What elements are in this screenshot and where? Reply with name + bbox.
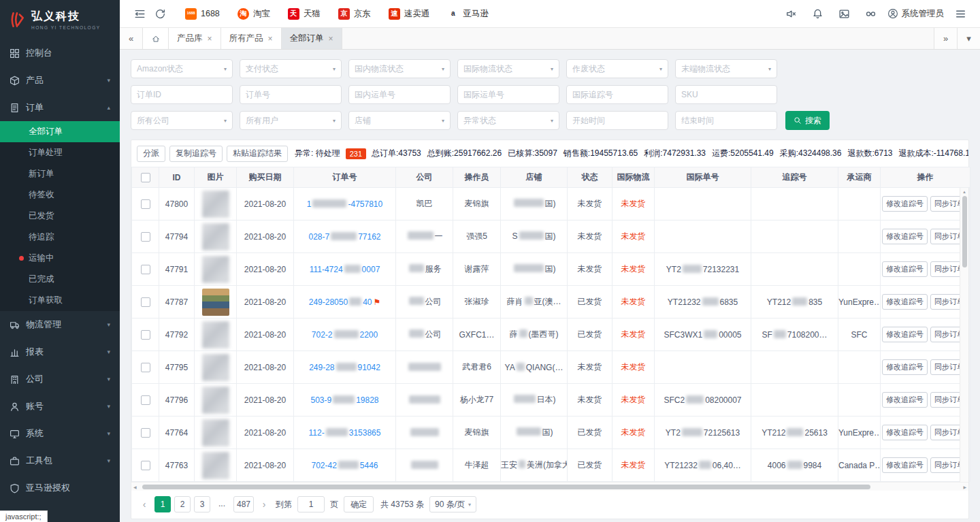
page-button-3[interactable]: 3 [194,496,210,512]
scroll-up-icon[interactable]: ▲ [962,188,966,195]
filter-input-end-time[interactable] [675,111,777,130]
vertical-scroll-thumb[interactable] [962,196,967,267]
sidebar-subitem-pending-tracking[interactable]: 待追踪 [0,227,120,248]
dispatch-button[interactable]: 分派 [137,146,165,162]
sidebar-subitem-new-orders[interactable]: 新订单 [0,163,120,184]
filter-select-intl-logistics-status[interactable]: 国际物流状态▾ [457,59,559,78]
row-checkbox[interactable] [141,395,150,405]
filter-select-pay-status[interactable]: 支付状态▾ [240,59,342,78]
platform-link-taobao[interactable]: 淘淘宝 [238,8,270,20]
sidebar-subitem-in-transit[interactable]: 运输中 [0,248,120,269]
paste-tracking-result-button[interactable]: 粘贴追踪结果 [227,146,288,162]
row-checkbox[interactable] [141,363,150,372]
filter-input-intl-tracking-no[interactable] [566,85,668,104]
filter-input-domestic-waybill-no[interactable] [348,85,451,104]
page-jump-input[interactable] [297,496,325,512]
row-checkbox[interactable] [141,461,150,470]
sidebar-subitem-completed[interactable]: 已完成 [0,269,120,290]
row-checkbox[interactable] [141,428,150,438]
close-icon[interactable]: × [268,34,273,44]
copy-tracking-button[interactable]: 复制追踪号 [169,146,223,162]
filter-select-void-status[interactable]: 作废状态▾ [566,59,668,78]
sidebar-item-product[interactable]: 产品▾ [0,67,120,94]
next-page-icon[interactable]: › [258,499,270,510]
sidebar-subitem-order-fetch[interactable]: 订单获取 [0,290,120,311]
page-button-487[interactable]: 487 [233,496,254,512]
row-checkbox[interactable] [141,232,150,242]
filter-select-all-users[interactable]: 所有用户▾ [240,111,342,130]
order-link[interactable]: 503-919828 [310,395,378,405]
filter-select-amazon-status[interactable]: Amazon状态▾ [131,59,233,78]
share-icon[interactable] [861,3,881,24]
screenshot-icon[interactable] [834,3,855,24]
order-link[interactable]: 112-3153865 [309,428,381,438]
sidebar-item-order[interactable]: 订单▴ [0,94,120,121]
collapse-menu-icon[interactable] [129,3,150,24]
select-all-checkbox[interactable] [141,173,150,182]
page-size-select[interactable]: 90 条/页 ▾ [429,496,476,512]
bell-icon[interactable] [808,3,828,24]
sidebar-item-console[interactable]: 控制台 [0,39,120,67]
modify-tracking-button[interactable]: 修改追踪号 [882,359,928,375]
scroll-tabs-left-icon[interactable]: « [120,28,143,49]
prev-page-icon[interactable]: ‹ [138,499,150,510]
order-link[interactable]: 111-47240007 [310,265,380,274]
scroll-left-icon[interactable]: ◀ [133,485,137,489]
modify-tracking-button[interactable]: 修改追踪号 [882,425,928,440]
close-icon[interactable]: × [208,34,212,44]
platform-link-jd[interactable]: 京京东 [338,8,371,20]
sidebar-item-report[interactable]: 报表▾ [0,338,120,365]
sidebar-subitem-order-processing[interactable]: 订单处理 [0,142,120,163]
modify-tracking-button[interactable]: 修改追踪号 [882,392,928,408]
order-link[interactable]: 249-2891042 [309,363,380,372]
sidebar-subitem-pending-receipt[interactable]: 待签收 [0,184,120,206]
order-link[interactable]: 702-22200 [312,330,378,340]
confirm-page-button[interactable]: 确定 [344,496,374,512]
order-link[interactable]: 1-4757810 [307,199,382,209]
filter-select-last-mile-status[interactable]: 末端物流状态▾ [675,59,777,78]
sidebar-item-system[interactable]: 系统▾ [0,420,120,447]
filter-input-order-id[interactable] [131,85,233,104]
sidebar-item-logistics[interactable]: 物流管理▾ [0,311,120,338]
filter-input-start-time[interactable] [566,111,668,130]
platform-link-tmall[interactable]: 天天猫 [288,8,321,20]
scroll-right-icon[interactable]: ▶ [963,485,966,489]
sidebar-item-account[interactable]: 账号▾ [0,393,120,420]
search-button[interactable]: 搜索 [785,111,830,130]
modify-tracking-button[interactable]: 修改追踪号 [882,261,928,277]
platform-link-amazon[interactable]: a亚马逊 [447,8,489,20]
order-link[interactable]: 249-2805040 [309,297,372,307]
order-link[interactable]: 028-777162 [308,232,380,242]
sidebar-subitem-shipped[interactable]: 已发货 [0,206,120,227]
menu-icon[interactable] [950,3,970,24]
order-link[interactable]: 702-425446 [311,461,378,470]
sidebar-item-amazon-auth[interactable]: 亚马逊授权 [0,474,120,502]
vertical-scrollbar[interactable]: ▲ [960,188,968,482]
filter-select-all-companies[interactable]: 所有公司▾ [131,111,233,130]
row-checkbox[interactable] [141,265,150,274]
modify-tracking-button[interactable]: 修改追踪号 [882,196,928,212]
platform-link-aliexpress[interactable]: 速速卖通 [389,8,430,20]
scroll-tabs-right-icon[interactable]: » [934,28,957,49]
tab-all-orders[interactable]: 全部订单× [282,28,342,49]
filter-select-exception-status[interactable]: 异常状态▾ [457,111,559,130]
row-checkbox[interactable] [141,199,150,209]
horizontal-scrollbar[interactable]: ◀ ▶ [131,482,968,491]
user-menu[interactable]: 系统管理员 [887,8,945,20]
filter-input-order-no[interactable] [240,85,342,104]
filter-input-sku[interactable] [675,85,777,104]
refresh-icon[interactable] [150,3,170,24]
row-checkbox[interactable] [141,297,150,307]
filter-select-shop[interactable]: 店铺▾ [348,111,451,130]
page-button-1[interactable]: 1 [154,496,171,512]
sidebar-item-toolkit[interactable]: 工具包▾ [0,447,120,474]
platform-link-1688[interactable]: 16881688 [185,8,220,20]
tabs-menu-icon[interactable]: ▾ [957,28,980,49]
page-button-2[interactable]: 2 [174,496,191,512]
modify-tracking-button[interactable]: 修改追踪号 [882,327,928,342]
modify-tracking-button[interactable]: 修改追踪号 [882,457,928,473]
modify-tracking-button[interactable]: 修改追踪号 [882,294,928,310]
sidebar-item-company[interactable]: 公司▾ [0,365,120,393]
horizontal-scroll-thumb[interactable] [142,485,870,489]
modify-tracking-button[interactable]: 修改追踪号 [882,229,928,244]
